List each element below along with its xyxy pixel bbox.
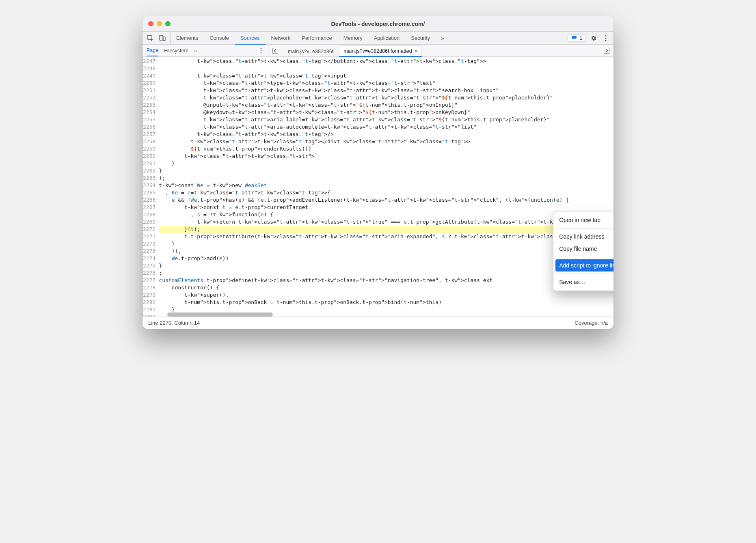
devtools-tab-sources[interactable]: Sources [235,32,266,45]
svg-point-7 [261,50,262,51]
device-toggle-icon[interactable] [158,34,167,43]
window-titlebar: DevTools - developer.chrome.com/ [143,16,613,32]
svg-point-5 [605,40,606,41]
kebab-menu-icon[interactable] [601,34,610,43]
cursor-position: Line 2270, Column 14 [148,320,200,326]
sidebar-tab-filesystem[interactable]: Filesystem [164,45,188,56]
code-editor[interactable]: 2247224822492250225122522253225422552256… [143,57,613,317]
svg-rect-0 [147,35,152,39]
svg-point-6 [261,48,262,49]
settings-icon[interactable] [589,34,598,43]
sidebar-tabs-overflow-icon[interactable]: » [194,45,197,56]
menu-separator [553,257,613,257]
context-menu-item[interactable]: Add script to ignore list [555,259,613,272]
context-menu-item[interactable]: Open in new tab [553,214,613,226]
context-menu: Open in new tabCopy link addressCopy fil… [553,211,613,291]
sources-subtoolbar: Page Filesystem » main.js?v=e382d86fmain… [143,45,613,57]
svg-point-3 [605,35,606,36]
show-debugger-icon[interactable] [602,46,611,55]
menu-separator [553,274,613,274]
file-tab[interactable]: main.js?v=e382d86f [284,47,337,56]
devtools-tab-console[interactable]: Console [204,32,235,44]
devtools-tab-network[interactable]: Network [266,32,296,44]
issues-count: 1 [579,35,582,41]
svg-rect-1 [160,35,163,40]
line-number-gutter: 2247224822492250225122522253225422552256… [143,57,159,317]
context-menu-item[interactable]: Save as… [553,276,613,288]
sidebar-more-icon[interactable] [257,46,266,55]
issues-button[interactable]: 1 [568,34,586,42]
navigate-back-icon[interactable] [271,46,280,55]
file-tab-label: main.js?v=e382d86f:formatted [343,48,412,54]
devtools-tab-elements[interactable]: Elements [171,32,204,44]
inspect-icon[interactable] [146,34,155,43]
devtools-tab-security[interactable]: Security [405,32,436,44]
close-tab-icon[interactable]: × [415,48,418,54]
devtools-tab-application[interactable]: Application [368,32,406,44]
horizontal-scrollbar[interactable] [167,312,273,317]
status-bar: Line 2270, Column 14 Coverage: n/a [143,317,613,329]
devtools-toolbar: ElementsConsoleSourcesNetworkPerformance… [143,32,613,45]
sidebar-tab-page[interactable]: Page [147,45,158,56]
devtools-tab-performance[interactable]: Performance [296,32,337,44]
file-tab[interactable]: main.js?v=e382d86f:formatted× [339,45,422,57]
window-title: DevTools - developer.chrome.com/ [143,21,613,27]
svg-point-8 [261,52,262,53]
svg-rect-10 [604,48,609,53]
coverage-status: Coverage: n/a [575,320,608,326]
tabs-overflow-icon[interactable]: » [438,34,447,43]
svg-rect-9 [273,48,278,53]
file-tab-label: main.js?v=e382d86f [288,49,333,54]
context-menu-item[interactable]: Copy file name [553,243,613,255]
context-menu-item[interactable]: Copy link address [553,231,613,243]
menu-separator [553,228,613,228]
devtools-tab-memory[interactable]: Memory [338,32,368,44]
code-lines[interactable]: t-kw">class="t-attr">t-kw">class="t-tag"… [159,57,613,317]
svg-point-4 [605,37,606,39]
svg-rect-2 [163,37,165,41]
